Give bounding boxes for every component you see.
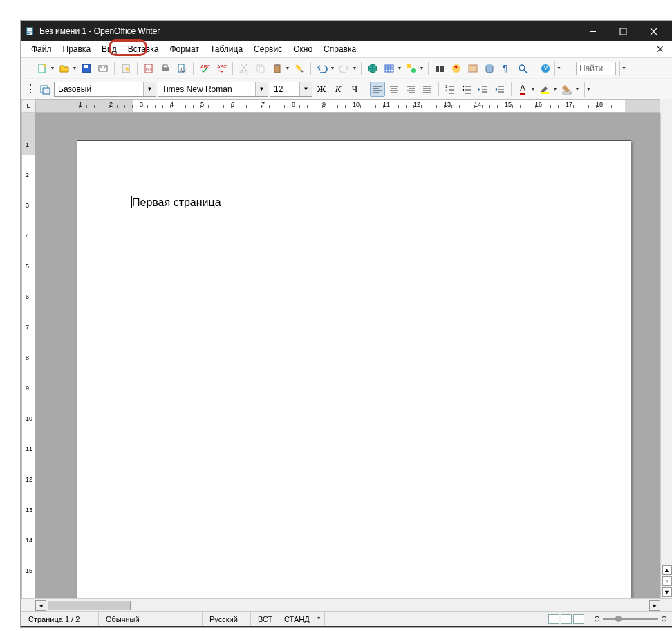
horizontal-scrollbar[interactable]: ◂ ▸ [21, 598, 672, 611]
export-pdf-button[interactable]: PDF [141, 61, 156, 76]
table-dropdown[interactable]: ▼ [397, 66, 402, 71]
draw-button[interactable] [404, 61, 419, 76]
email-button[interactable] [95, 61, 111, 76]
open-button[interactable] [57, 61, 72, 76]
redo-button[interactable] [337, 61, 352, 76]
print-button[interactable] [158, 61, 173, 76]
align-center-button[interactable] [386, 82, 402, 97]
gallery-button[interactable] [465, 61, 480, 76]
scroll-left-button[interactable]: ◂ [35, 600, 46, 611]
table-button[interactable] [382, 61, 397, 76]
zoom-in-button[interactable]: ⊕ [661, 614, 667, 623]
status-page[interactable]: Страница 1 / 2 [21, 612, 99, 626]
menu-tools[interactable]: Сервис [248, 42, 288, 56]
auto-spellcheck-button[interactable]: ABC [214, 61, 229, 76]
align-right-button[interactable] [403, 82, 418, 97]
save-button[interactable] [79, 61, 94, 76]
menu-file[interactable]: Файл [26, 42, 57, 56]
status-signature[interactable] [325, 612, 339, 626]
justify-button[interactable] [420, 82, 435, 97]
preview-button[interactable] [174, 61, 189, 76]
next-page-button[interactable]: ▼ [662, 587, 672, 597]
status-lang[interactable]: Русский [203, 612, 251, 626]
increase-indent-button[interactable] [492, 82, 507, 97]
vertical-ruler[interactable]: 123456789101112131415 [21, 113, 35, 598]
document-canvas[interactable]: Первая страница [35, 113, 660, 598]
italic-button[interactable]: К [330, 82, 346, 97]
highlight-dropdown[interactable]: ▼ [552, 86, 558, 91]
menu-format[interactable]: Формат [164, 42, 205, 56]
horizontal-ruler[interactable]: 123456789101112131415161718 [35, 99, 660, 113]
font-color-dropdown[interactable]: ▼ [530, 86, 536, 91]
bullet-list-button[interactable] [459, 82, 474, 97]
maximize-button[interactable] [608, 21, 638, 41]
copy-button[interactable] [253, 61, 268, 76]
status-style[interactable]: Обычный [99, 612, 203, 626]
edit-file-button[interactable] [118, 61, 133, 76]
bg-color-button[interactable] [559, 82, 575, 97]
font-name-combo[interactable]: Times New Roman▼ [158, 82, 268, 97]
menu-view[interactable]: Вид [96, 42, 122, 56]
nonprinting-button[interactable]: ¶ [498, 61, 514, 76]
zoom-slider[interactable] [603, 618, 658, 620]
undo-button[interactable] [315, 61, 330, 76]
document-close-button[interactable]: ✕ [652, 44, 669, 55]
font-color-button[interactable]: A [515, 82, 530, 97]
formatbar-grip[interactable]: ⋮ [25, 82, 36, 95]
navigator-button[interactable] [449, 61, 464, 76]
spellcheck-button[interactable]: ABC [197, 61, 212, 76]
highlight-button[interactable] [537, 82, 552, 97]
minimize-button[interactable] [577, 21, 608, 41]
align-left-button[interactable] [370, 82, 385, 97]
find-input[interactable] [576, 62, 616, 75]
menu-table[interactable]: Таблица [205, 42, 248, 56]
format-paintbrush-button[interactable] [292, 61, 307, 76]
view-single-button[interactable] [548, 614, 559, 624]
status-selection[interactable]: СТАНД [277, 612, 310, 626]
new-dropdown[interactable]: ▼ [50, 66, 55, 71]
svg-rect-27 [440, 66, 444, 72]
view-book-button[interactable] [573, 614, 584, 624]
scroll-thumb[interactable] [48, 601, 131, 610]
menu-window[interactable]: Окно [288, 42, 318, 56]
cut-button[interactable] [236, 61, 252, 76]
bg-color-dropdown[interactable]: ▼ [575, 86, 580, 91]
nav-select-button[interactable]: ◦ [662, 576, 672, 586]
find-replace-button[interactable] [432, 61, 447, 76]
zoom-out-button[interactable]: ⊖ [594, 614, 600, 623]
font-size-combo[interactable]: 12▼ [270, 82, 312, 97]
find-toolbar-overflow[interactable]: ▼ [619, 61, 628, 76]
view-multi-button[interactable] [561, 614, 572, 624]
zoom-button[interactable] [515, 61, 530, 76]
open-dropdown[interactable]: ▼ [72, 66, 77, 71]
status-insert[interactable]: ВСТ [251, 612, 277, 626]
data-sources-button[interactable] [482, 61, 497, 76]
new-button[interactable] [35, 61, 50, 76]
menu-help[interactable]: Справка [318, 42, 362, 56]
undo-dropdown[interactable]: ▼ [330, 66, 335, 71]
paste-dropdown[interactable]: ▼ [285, 66, 290, 71]
draw-dropdown[interactable]: ▼ [419, 66, 424, 71]
hyperlink-button[interactable] [365, 61, 380, 76]
styles-button[interactable] [37, 82, 53, 97]
page-text[interactable]: Первая страница [131, 196, 221, 209]
find-toolbar-grip[interactable]: ⋮ [566, 64, 571, 72]
paste-button[interactable] [270, 61, 285, 76]
svg-rect-21 [276, 64, 279, 66]
menu-insert[interactable]: Вставка [122, 42, 165, 56]
prev-page-button[interactable]: ▲ [662, 565, 672, 575]
menu-edit[interactable]: Правка [57, 42, 97, 56]
toolbar-grip[interactable]: ⋮ [26, 64, 32, 72]
numbered-list-button[interactable]: 12 [442, 82, 458, 97]
toolbar-overflow[interactable]: ▼ [554, 61, 563, 76]
help-button[interactable]: ? [538, 61, 553, 76]
underline-button[interactable]: Ч [347, 82, 362, 97]
bold-button[interactable]: Ж [314, 82, 329, 97]
formatbar-overflow[interactable]: ▼ [584, 82, 592, 97]
redo-dropdown[interactable]: ▼ [352, 66, 357, 71]
zoom-control[interactable]: ⊖ ⊕ [588, 614, 672, 623]
paragraph-style-combo[interactable]: Базовый▼ [54, 82, 156, 97]
close-button[interactable] [638, 21, 669, 41]
decrease-indent-button[interactable] [476, 82, 491, 97]
scroll-right-button[interactable]: ▸ [649, 600, 660, 611]
